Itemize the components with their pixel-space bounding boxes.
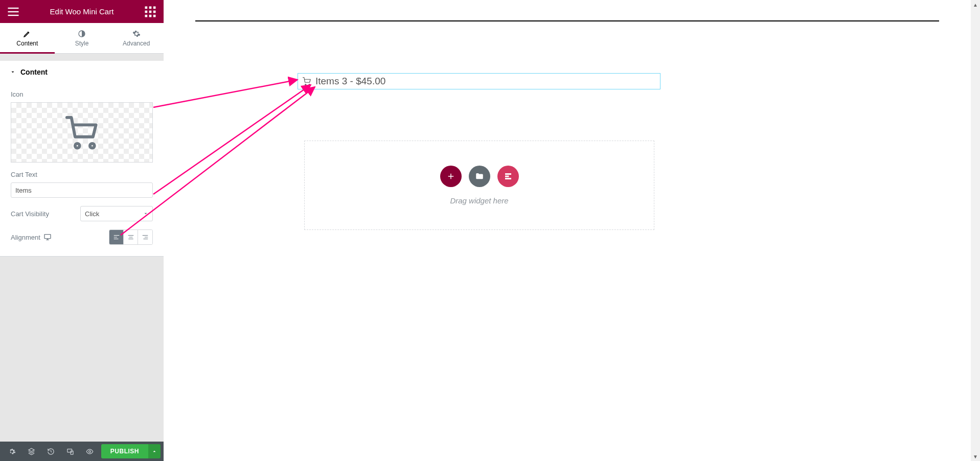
sidebar-header: Edit Woo Mini Cart bbox=[0, 0, 164, 23]
cart-icon bbox=[302, 77, 311, 86]
tab-advanced[interactable]: Advanced bbox=[109, 23, 164, 53]
scroll-down-button[interactable]: ▼ bbox=[971, 452, 980, 461]
tab-content[interactable]: Content bbox=[0, 23, 55, 53]
gear-icon bbox=[132, 30, 141, 38]
cart-summary-text: Items 3 - $45.00 bbox=[315, 76, 385, 87]
svg-rect-15 bbox=[44, 235, 51, 239]
cart-visibility-select[interactable]: Click bbox=[80, 206, 153, 221]
svg-point-33 bbox=[309, 84, 310, 85]
divider bbox=[0, 54, 164, 61]
responsive-device-icon[interactable] bbox=[43, 233, 52, 241]
caret-down-icon bbox=[10, 70, 15, 75]
section-body: Icon Cart Text Cart Visibility bbox=[0, 83, 164, 256]
sidebar-footer: PUBLISH bbox=[0, 442, 164, 461]
panel-title: Edit Woo Mini Cart bbox=[20, 7, 143, 16]
section-toggle[interactable]: Content bbox=[0, 61, 164, 83]
settings-button[interactable] bbox=[3, 442, 20, 461]
svg-rect-4 bbox=[149, 6, 152, 9]
pencil-icon bbox=[23, 30, 31, 38]
align-right-button[interactable] bbox=[138, 230, 152, 244]
tab-label: Style bbox=[75, 40, 89, 47]
select-value: Click bbox=[85, 210, 99, 218]
divider bbox=[195, 20, 939, 21]
alignment-group bbox=[109, 229, 153, 245]
svg-point-13 bbox=[75, 144, 80, 148]
control-label: Alignment bbox=[11, 234, 40, 241]
svg-rect-11 bbox=[153, 14, 156, 17]
publish-group: PUBLISH bbox=[101, 444, 161, 458]
control-label: Cart Visibility bbox=[11, 210, 49, 218]
mini-cart-widget[interactable]: Items 3 - $45.00 bbox=[298, 73, 660, 89]
template-library-button[interactable] bbox=[469, 166, 490, 187]
control-cart-visibility: Cart Visibility Click bbox=[11, 206, 153, 221]
cart-icon bbox=[64, 114, 100, 150]
svg-rect-3 bbox=[145, 6, 148, 9]
svg-rect-6 bbox=[145, 10, 148, 13]
navigator-button[interactable] bbox=[22, 442, 40, 461]
control-alignment: Alignment bbox=[11, 229, 153, 245]
svg-point-31 bbox=[88, 450, 90, 452]
control-cart-text: Cart Text bbox=[11, 171, 153, 198]
control-label: Icon bbox=[11, 90, 153, 98]
elementskit-library-button[interactable] bbox=[497, 166, 519, 187]
empty-section-dropzone[interactable]: Drag widget here bbox=[304, 141, 654, 230]
svg-line-28 bbox=[51, 451, 52, 452]
svg-point-14 bbox=[90, 144, 95, 148]
icon-picker[interactable] bbox=[11, 102, 153, 163]
svg-rect-7 bbox=[149, 10, 152, 13]
cart-text-input[interactable] bbox=[11, 182, 153, 198]
menu-button[interactable] bbox=[6, 5, 20, 19]
add-section-button[interactable] bbox=[440, 166, 462, 187]
svg-rect-10 bbox=[149, 14, 152, 17]
align-center-button[interactable] bbox=[124, 230, 138, 244]
section-title: Content bbox=[20, 68, 48, 76]
svg-rect-8 bbox=[153, 10, 156, 13]
svg-rect-9 bbox=[145, 14, 148, 17]
panel-tabs: Content Style Advanced bbox=[0, 23, 164, 54]
scrollbar: ▲ ▼ bbox=[971, 0, 980, 461]
svg-point-32 bbox=[305, 84, 306, 85]
publish-options-button[interactable] bbox=[148, 444, 161, 458]
history-button[interactable] bbox=[42, 442, 59, 461]
tab-style[interactable]: Style bbox=[55, 23, 109, 53]
section-content: Content Icon Cart Text bbox=[0, 61, 164, 257]
align-left-button[interactable] bbox=[109, 230, 124, 244]
control-label: Cart Text bbox=[11, 171, 153, 178]
preview-button[interactable] bbox=[81, 442, 98, 461]
contrast-icon bbox=[78, 30, 86, 38]
control-icon: Icon bbox=[11, 90, 153, 163]
svg-rect-5 bbox=[153, 6, 156, 9]
editor-sidebar: Edit Woo Mini Cart Content Style bbox=[0, 0, 164, 461]
tab-label: Content bbox=[16, 40, 38, 47]
scroll-up-button[interactable]: ▲ bbox=[971, 0, 980, 9]
widgets-grid-button[interactable] bbox=[143, 5, 157, 19]
sidebar-spacer bbox=[0, 257, 164, 442]
tab-label: Advanced bbox=[123, 40, 150, 47]
dropzone-actions bbox=[440, 166, 519, 187]
publish-button[interactable]: PUBLISH bbox=[101, 444, 148, 458]
caret-down-icon bbox=[143, 211, 148, 216]
editor-canvas[interactable]: Items 3 - $45.00 Drag widget here bbox=[164, 0, 971, 461]
responsive-button[interactable] bbox=[61, 442, 79, 461]
dropzone-label: Drag widget here bbox=[450, 196, 508, 205]
